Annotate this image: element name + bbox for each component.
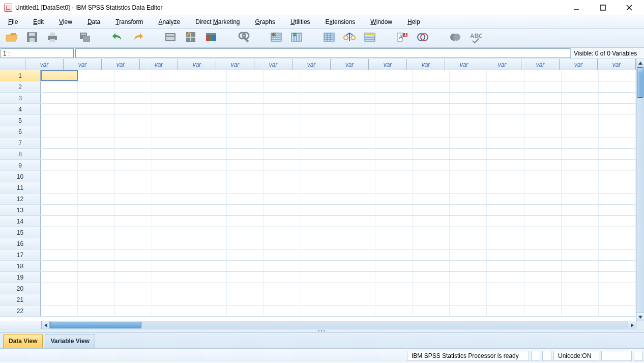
- data-cell[interactable]: [264, 272, 301, 283]
- data-cell[interactable]: [487, 227, 524, 238]
- data-cell[interactable]: [301, 205, 338, 215]
- data-cell[interactable]: [78, 261, 115, 271]
- data-cell[interactable]: [227, 70, 264, 81]
- data-cell[interactable]: [115, 227, 152, 238]
- data-cell[interactable]: [264, 93, 301, 103]
- data-cell[interactable]: [562, 205, 599, 215]
- row-header[interactable]: 11: [0, 182, 41, 193]
- data-cell[interactable]: [450, 149, 487, 159]
- data-cell[interactable]: [264, 70, 301, 81]
- data-cell[interactable]: [189, 171, 226, 182]
- data-cell[interactable]: [264, 205, 301, 215]
- data-cell[interactable]: [562, 294, 599, 305]
- data-cell[interactable]: [227, 104, 264, 115]
- data-cell[interactable]: [227, 149, 264, 159]
- data-cell[interactable]: [152, 283, 189, 294]
- column-header[interactable]: var: [25, 59, 64, 70]
- data-cell[interactable]: [487, 81, 524, 92]
- grid-corner[interactable]: [0, 59, 25, 70]
- data-cell[interactable]: [189, 272, 226, 283]
- data-cell[interactable]: [562, 149, 599, 159]
- data-cell[interactable]: [115, 104, 152, 115]
- data-cell[interactable]: [115, 249, 152, 260]
- close-button[interactable]: [621, 2, 638, 13]
- data-cell[interactable]: [562, 81, 599, 92]
- data-cell[interactable]: [450, 294, 487, 305]
- data-cell[interactable]: [115, 193, 152, 204]
- data-cell[interactable]: [152, 93, 189, 103]
- data-cell[interactable]: [41, 171, 78, 182]
- data-cell[interactable]: [78, 294, 115, 305]
- data-cell[interactable]: [599, 81, 636, 92]
- data-cell[interactable]: [524, 93, 562, 103]
- data-cell[interactable]: [487, 283, 524, 294]
- data-cell[interactable]: [599, 205, 636, 215]
- data-cell[interactable]: [562, 160, 599, 171]
- data-cell[interactable]: [301, 171, 338, 182]
- data-cell[interactable]: [115, 272, 152, 283]
- data-cell[interactable]: [450, 126, 487, 137]
- data-cell[interactable]: [524, 283, 562, 294]
- data-cell[interactable]: [41, 283, 78, 294]
- data-cell[interactable]: [524, 305, 562, 316]
- data-cell[interactable]: [41, 193, 78, 204]
- data-cell[interactable]: [599, 261, 636, 271]
- row-header[interactable]: 12: [0, 193, 41, 204]
- data-cell[interactable]: [152, 261, 189, 271]
- data-cell[interactable]: [413, 283, 450, 294]
- column-header[interactable]: var: [598, 59, 636, 70]
- data-cell[interactable]: [562, 115, 599, 126]
- data-cell[interactable]: [152, 149, 189, 159]
- data-cell[interactable]: [264, 171, 301, 182]
- data-cell[interactable]: [413, 261, 450, 271]
- data-cell[interactable]: [264, 126, 301, 137]
- data-cell[interactable]: [115, 294, 152, 305]
- data-cell[interactable]: [375, 249, 413, 260]
- data-cell[interactable]: [375, 149, 413, 159]
- data-cell[interactable]: [78, 227, 115, 238]
- data-cell[interactable]: [152, 238, 189, 249]
- column-header[interactable]: var: [445, 59, 483, 70]
- column-header[interactable]: var: [292, 59, 331, 70]
- data-cell[interactable]: [562, 272, 599, 283]
- data-cell[interactable]: [599, 149, 636, 159]
- data-cell[interactable]: [78, 272, 115, 283]
- data-cell[interactable]: [338, 137, 375, 148]
- data-cell[interactable]: [450, 182, 487, 193]
- column-header[interactable]: var: [102, 59, 140, 70]
- menu-window[interactable]: Window: [365, 17, 397, 27]
- data-cell[interactable]: [599, 227, 636, 238]
- data-cell[interactable]: [562, 249, 599, 260]
- data-cell[interactable]: [338, 171, 375, 182]
- data-cell[interactable]: [41, 70, 78, 81]
- insert-case-button[interactable]: [269, 31, 284, 46]
- row-header[interactable]: 1: [0, 70, 41, 81]
- data-cell[interactable]: [41, 249, 78, 260]
- data-cell[interactable]: [264, 182, 301, 193]
- data-cell[interactable]: [78, 205, 115, 215]
- data-cell[interactable]: [41, 104, 78, 115]
- data-cell[interactable]: [599, 193, 636, 204]
- data-cell[interactable]: [338, 261, 375, 271]
- data-cell[interactable]: [338, 193, 375, 204]
- menu-edit[interactable]: Edit: [28, 17, 49, 27]
- data-cell[interactable]: [338, 272, 375, 283]
- goto-case-button[interactable]: [163, 31, 178, 46]
- data-cell[interactable]: [78, 115, 115, 126]
- goto-variable-button[interactable]: [183, 31, 198, 46]
- data-cell[interactable]: [152, 227, 189, 238]
- data-cell[interactable]: [375, 305, 413, 316]
- data-cell[interactable]: [338, 238, 375, 249]
- horizontal-scroll-thumb[interactable]: [50, 322, 141, 328]
- data-cell[interactable]: [338, 126, 375, 137]
- row-header[interactable]: 18: [0, 261, 41, 271]
- data-cell[interactable]: [413, 205, 450, 215]
- data-cell[interactable]: [562, 104, 599, 115]
- scroll-up-button[interactable]: [636, 59, 644, 67]
- data-cell[interactable]: [227, 283, 264, 294]
- data-cell[interactable]: [301, 93, 338, 103]
- data-cell[interactable]: [227, 227, 264, 238]
- data-cell[interactable]: [189, 182, 226, 193]
- row-header[interactable]: 10: [0, 171, 41, 182]
- data-cell[interactable]: [599, 283, 636, 294]
